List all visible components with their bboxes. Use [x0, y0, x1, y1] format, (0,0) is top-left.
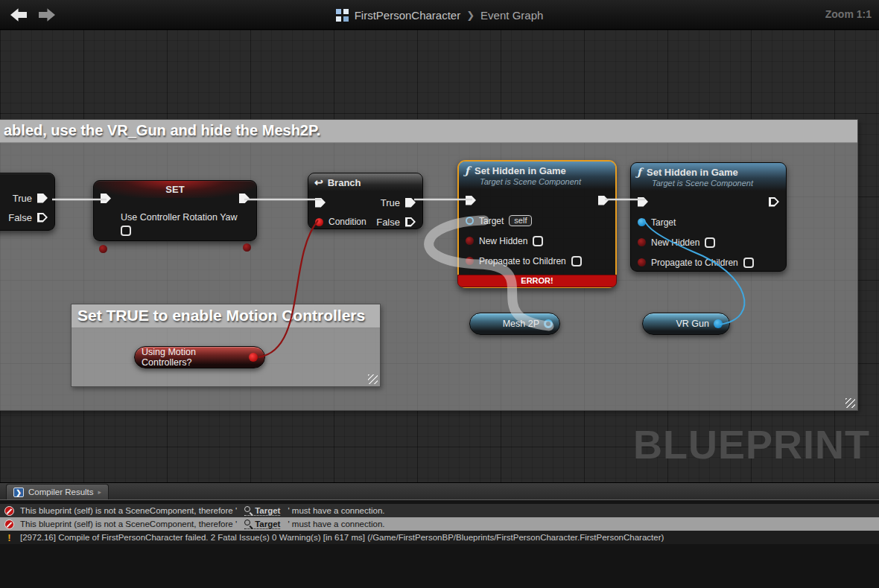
exec-out-icon[interactable]	[598, 196, 609, 205]
error-text-pre: This blueprint (self) is not a SceneComp…	[20, 506, 237, 515]
breadcrumb-graph-name[interactable]: Event Graph	[480, 9, 543, 22]
error-text-post: ' must have a connection.	[288, 520, 384, 528]
node-error-banner: ERROR!	[457, 275, 617, 287]
search-icon	[244, 506, 253, 514]
new-hidden-checkbox[interactable]	[705, 237, 715, 248]
bool-pin-out-icon[interactable]	[249, 353, 258, 362]
variable-node-using-motion-controllers[interactable]: Using Motion Controllers?	[134, 346, 265, 368]
bool-pin-propagate-icon[interactable]	[638, 258, 646, 266]
zoom-level-label: Zoom 1:1	[825, 8, 872, 20]
blueprint-editor: FirstPersonCharacter ❯ Event Graph Zoom …	[0, 0, 879, 588]
node-header[interactable]: SET	[94, 181, 256, 198]
pin-label-propagate: Propagate to Children	[651, 258, 738, 268]
breadcrumb-separator: ❯	[466, 10, 475, 21]
pin-label-propagate: Propagate to Children	[479, 256, 566, 266]
object-pin-target-icon[interactable]	[466, 217, 474, 225]
compiler-summary-row[interactable]: ! [2972.16] Compile of FirstPersonCharac…	[0, 531, 879, 544]
node-header[interactable]: ƒ Set Hidden in Game Target is Scene Com…	[631, 163, 786, 191]
tab-label: Compiler Results	[28, 488, 94, 496]
node-set-use-controller-rotation-yaw[interactable]: SET Use Controller Rotation Yaw	[93, 180, 257, 241]
pin-label-new-hidden: New Hidden	[479, 236, 527, 246]
pin-label-new-hidden: New Hidden	[651, 237, 699, 248]
node-subtitle: Target is Scene Component	[652, 179, 780, 188]
target-default-value[interactable]: self	[509, 215, 532, 226]
variable-label: VR Gun	[676, 319, 709, 329]
pin-label: Use Controller Rotation Yaw	[121, 212, 238, 223]
node-set-hidden-in-game-vrgun[interactable]: ƒ Set Hidden in Game Target is Scene Com…	[630, 162, 787, 272]
pin-label-condition: Condition	[329, 217, 366, 227]
bool-default-checkbox[interactable]	[121, 226, 131, 236]
node-header[interactable]: ƒ Set Hidden in Game Target is Scene Com…	[459, 162, 615, 189]
exec-pin-true[interactable]: True	[0, 188, 54, 208]
error-icon	[4, 520, 14, 529]
node-title: Set Hidden in Game	[647, 167, 738, 178]
exec-out-icon[interactable]	[769, 197, 779, 207]
variable-label: Using Motion Controllers?	[142, 347, 244, 368]
pin-label-false: False	[8, 212, 32, 223]
error-text-pre: This blueprint (self) is not a SceneComp…	[20, 520, 237, 528]
breadcrumb-blueprint-name[interactable]: FirstPersonCharacter	[355, 9, 461, 22]
variable-node-vrgun[interactable]: VR Gun	[642, 313, 730, 335]
error-icon	[4, 506, 14, 516]
node-branch-partial[interactable]: True False	[0, 173, 55, 231]
compiler-error-row[interactable]: This blueprint (self) is not a SceneComp…	[0, 504, 879, 517]
branch-icon: ↩	[314, 176, 323, 188]
object-pin-target-icon[interactable]	[638, 218, 646, 226]
bool-pin-new-hidden-icon[interactable]	[466, 237, 474, 245]
bool-pin-condition-icon[interactable]	[315, 218, 323, 226]
variable-node-mesh2p[interactable]: Mesh 2P	[469, 313, 560, 335]
exec-in-icon[interactable]	[315, 198, 326, 208]
compiler-results-icon: ❯	[13, 488, 24, 497]
graph-title-bar: FirstPersonCharacter ❯ Event Graph Zoom …	[0, 0, 879, 30]
exec-in-icon[interactable]	[466, 196, 476, 205]
node-header[interactable]: ↩ Branch	[308, 173, 422, 191]
exec-pin-false[interactable]: False	[0, 208, 54, 227]
warning-icon: !	[4, 532, 14, 543]
panel-tab-strip: ❯ Compiler Results ▸	[0, 483, 879, 500]
exec-in-icon[interactable]	[638, 197, 648, 207]
node-subtitle: Target is Scene Component	[480, 177, 609, 186]
link-label: Target	[255, 520, 280, 528]
error-text-post: ' must have a connection.	[288, 506, 384, 515]
propagate-checkbox[interactable]	[743, 258, 754, 268]
node-branch[interactable]: ↩ Branch True Condition False	[308, 173, 423, 229]
pin-label-true: True	[381, 197, 400, 208]
summary-text: [2972.16] Compile of FirstPersonCharacte…	[20, 533, 664, 542]
tab-compiler-results[interactable]: ❯ Compiler Results ▸	[6, 484, 109, 499]
bool-pin-out-icon[interactable]	[243, 243, 251, 252]
node-title: Set Hidden in Game	[475, 165, 566, 176]
pin-label-false: False	[376, 217, 400, 228]
target-pin-link[interactable]: Target	[244, 520, 280, 529]
comment-motion-controllers[interactable]: Set TRUE to enable Motion Controllers	[71, 304, 381, 387]
exec-out-icon[interactable]	[37, 213, 48, 223]
function-icon: ƒ	[465, 164, 469, 176]
exec-out-true-icon[interactable]	[405, 198, 416, 208]
new-hidden-checkbox[interactable]	[533, 236, 543, 246]
function-icon: ƒ	[637, 166, 641, 178]
node-set-hidden-in-game-mesh2p[interactable]: ƒ Set Hidden in Game Target is Scene Com…	[457, 160, 617, 288]
tab-caret-icon[interactable]: ▸	[98, 488, 102, 496]
pin-label-true: True	[13, 193, 32, 204]
exec-out-false-icon[interactable]	[405, 217, 416, 227]
comment-resize-handle[interactable]	[368, 374, 378, 384]
comment-title[interactable]: Set TRUE to enable Motion Controllers	[72, 304, 380, 328]
exec-out-icon[interactable]	[37, 194, 48, 203]
blueprint-watermark: BLUEPRINT	[633, 421, 870, 467]
bool-pin-new-hidden-icon[interactable]	[638, 238, 646, 246]
bool-pin-propagate-icon[interactable]	[466, 257, 474, 265]
bool-pin-in-icon[interactable]	[99, 245, 107, 253]
object-pin-out-icon[interactable]	[544, 319, 553, 328]
propagate-checkbox[interactable]	[571, 256, 582, 266]
node-title: Branch	[328, 177, 361, 188]
event-graph-canvas[interactable]: BLUEPRINT abled, use the VR_Gun and hide…	[0, 30, 879, 482]
object-pin-out-icon[interactable]	[714, 319, 723, 328]
breadcrumb: FirstPersonCharacter ❯ Event Graph	[0, 0, 879, 30]
comment-title[interactable]: abled, use the VR_Gun and hide the Mesh2…	[0, 120, 857, 143]
comment-resize-handle[interactable]	[845, 398, 855, 408]
variable-label: Mesh 2P	[503, 319, 539, 329]
search-icon	[244, 520, 253, 528]
target-pin-link[interactable]: Target	[244, 506, 280, 516]
pin-label-target: Target	[651, 217, 676, 228]
compiler-error-row-selected[interactable]: This blueprint (self) is not a SceneComp…	[0, 517, 879, 531]
link-label: Target	[255, 506, 280, 515]
